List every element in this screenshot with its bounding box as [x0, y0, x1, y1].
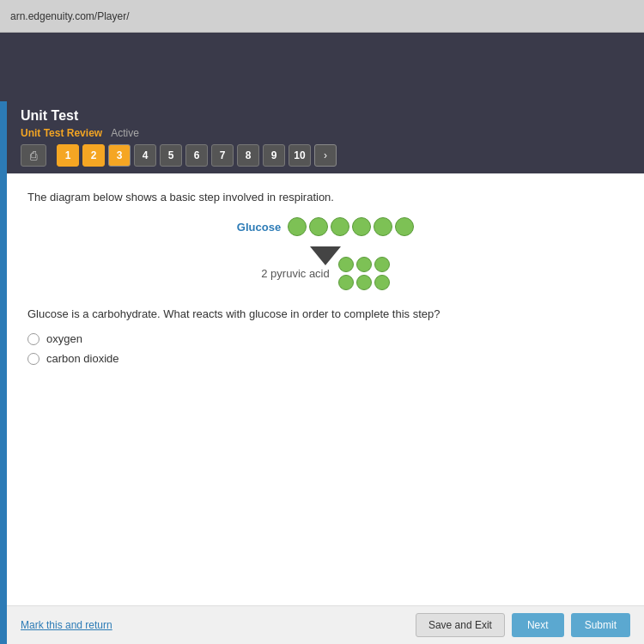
sub-header: Unit Test Unit Test Review Active — [7, 101, 644, 139]
print-button[interactable]: ⎙ — [21, 144, 46, 167]
page-title: Unit Test — [21, 108, 630, 124]
option-carbon-dioxide[interactable]: carbon dioxide — [27, 352, 623, 365]
left-sidebar-accent — [0, 101, 7, 644]
sub-header-row: Unit Test Review Active — [21, 127, 630, 139]
nav-button-9[interactable]: 9 — [263, 144, 285, 167]
nav-button-3[interactable]: 3 — [108, 144, 131, 167]
respiration-diagram: Glucose 2 py — [27, 217, 623, 290]
next-button[interactable]: Next — [512, 613, 564, 637]
radio-oxygen[interactable] — [27, 333, 39, 345]
glucose-circle-1 — [288, 217, 307, 236]
nav-button-1[interactable]: 1 — [57, 144, 79, 167]
nav-bar: ⎙ 1 2 3 4 5 6 7 8 9 10 › — [7, 139, 644, 173]
glucose-circle-3 — [331, 217, 349, 236]
radio-carbon-dioxide[interactable] — [27, 353, 39, 365]
bottom-buttons: Save and Exit Next Submit — [416, 613, 630, 637]
main-panel: Unit Test Unit Test Review Active ⎙ 1 2 … — [7, 101, 644, 644]
bottom-bar: Mark this and return Save and Exit Next … — [7, 605, 644, 644]
glucose-row: Glucose — [237, 217, 414, 236]
pyruvic-circle-2 — [356, 257, 372, 272]
nav-button-8[interactable]: 8 — [237, 144, 259, 167]
app-header — [0, 33, 644, 101]
option-oxygen[interactable]: oxygen — [27, 332, 623, 345]
pyruvic-circle-6 — [374, 275, 390, 290]
sub-question-text: Glucose is a carbohydrate. What reacts w… — [27, 307, 623, 320]
nav-button-7[interactable]: 7 — [211, 144, 234, 167]
save-exit-button[interactable]: Save and Exit — [416, 613, 505, 637]
nav-button-6[interactable]: 6 — [185, 144, 208, 167]
nav-button-5[interactable]: 5 — [160, 144, 182, 167]
glucose-circle-4 — [352, 217, 371, 236]
question-intro: The diagram below shows a basic step inv… — [27, 191, 623, 204]
pyruvic-circle-4 — [338, 275, 354, 290]
nav-button-10[interactable]: 10 — [289, 144, 311, 167]
question-area: The diagram below shows a basic step inv… — [7, 173, 644, 605]
content-wrapper: Unit Test Unit Test Review Active ⎙ 1 2 … — [0, 101, 644, 644]
option-oxygen-label: oxygen — [46, 332, 82, 345]
unit-test-review-label: Unit Test Review — [21, 127, 102, 139]
browser-url: arn.edgenuity.com/Player/ — [10, 10, 130, 22]
print-icon: ⎙ — [30, 149, 37, 162]
nav-button-2[interactable]: 2 — [82, 144, 105, 167]
glucose-circle-6 — [395, 217, 414, 236]
glucose-circle-2 — [309, 217, 328, 236]
glucose-label: Glucose — [237, 221, 281, 234]
pyruvic-label: 2 pyruvic acid — [261, 267, 329, 280]
pyruvic-circles — [338, 257, 390, 290]
glucose-circles — [288, 217, 414, 236]
nav-more-button[interactable]: › — [314, 144, 337, 167]
arrow-head — [310, 246, 341, 265]
browser-bar: arn.edgenuity.com/Player/ — [0, 0, 644, 33]
active-label: Active — [111, 127, 139, 139]
nav-button-4[interactable]: 4 — [134, 144, 156, 167]
pyruvic-circle-5 — [356, 275, 372, 290]
option-carbon-dioxide-label: carbon dioxide — [46, 352, 119, 365]
pyruvic-circle-3 — [374, 257, 390, 272]
glucose-circle-5 — [374, 217, 392, 236]
submit-button[interactable]: Submit — [571, 613, 630, 637]
mark-return-link[interactable]: Mark this and return — [21, 619, 112, 631]
